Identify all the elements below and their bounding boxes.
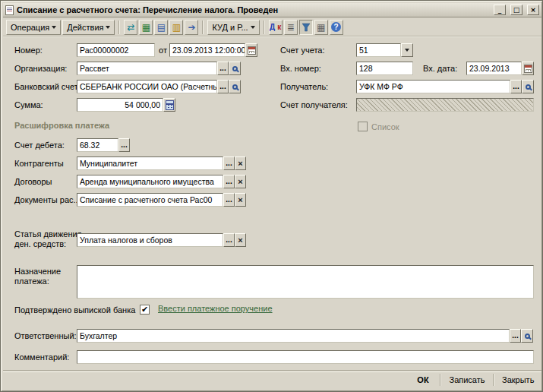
amount-field[interactable]: 54 000,00 (77, 98, 163, 112)
number-field[interactable]: Рас00000002 (77, 43, 155, 57)
ellipsis-icon: ... (226, 160, 232, 166)
ellipsis-icon: ... (226, 179, 232, 185)
actions-menu-button[interactable]: Действия (62, 20, 115, 35)
responsible-label: Ответственный: (14, 330, 77, 342)
bank-account-field[interactable]: СБЕРБАНК РОССИИ ОАО (Расчетны (77, 80, 217, 93)
dtkt-icon: Д (270, 24, 275, 31)
receiver-open-button[interactable] (522, 80, 534, 93)
amount-label: Сумма: (14, 99, 43, 111)
operation-menu-button[interactable]: Операция (6, 20, 61, 35)
footer-separator (493, 374, 494, 386)
debit-account-field[interactable]: 68.32 (77, 138, 118, 152)
contractor-choose-button[interactable]: ... (223, 156, 235, 170)
receiver-account-field (356, 98, 534, 112)
cashflow-item-choose-button[interactable]: ... (223, 233, 235, 247)
minimize-button[interactable]: _ (494, 5, 506, 15)
ellipsis-icon: ... (512, 333, 518, 339)
contract-choose-button[interactable]: ... (223, 175, 235, 188)
print-button[interactable]: ▥ (169, 20, 183, 35)
footer-separator (440, 374, 441, 386)
toolbar-separator (202, 21, 204, 34)
ok-button[interactable]: ОК (409, 372, 437, 387)
contract-field[interactable]: Аренда муниципального имущества (77, 175, 223, 188)
date-field[interactable]: 23.09.2013 12:00:00 (169, 43, 245, 57)
ellipsis-icon: ... (226, 197, 232, 203)
settlement-document-choose-button[interactable]: ... (223, 193, 235, 207)
incoming-number-field[interactable]: 128 (356, 62, 413, 75)
title-bar: Списание с расчетного счета: Перечислени… (3, 3, 541, 17)
responsible-field[interactable]: Бухгалтер (77, 329, 510, 343)
bank-account-choose-button[interactable]: ... (217, 80, 229, 93)
chevron-down-icon (52, 26, 56, 31)
organization-choose-button[interactable]: ... (217, 62, 229, 75)
toolbar: Операция Действия ⇄ ▦ ▤ ▥ ➔ КУД и Р... Д… (3, 18, 541, 36)
reread-button[interactable]: ⇄ (124, 20, 137, 35)
confirmed-checkbox[interactable]: ✔ (140, 305, 150, 315)
account-combo[interactable]: 51 (356, 43, 401, 57)
date-calendar-button[interactable] (245, 43, 257, 57)
magnifier-icon (526, 84, 531, 90)
footer-divider (3, 370, 541, 371)
chevron-down-icon (106, 26, 110, 31)
receiver-choose-button[interactable]: ... (510, 80, 522, 93)
comment-field[interactable] (77, 350, 534, 364)
responsible-open-button[interactable] (521, 329, 533, 343)
contractor-field[interactable]: Муниципалитет (77, 156, 223, 170)
receiver-field[interactable]: УФК МФ РФ (356, 80, 510, 93)
contract-clear-button[interactable]: × (235, 175, 246, 188)
close-icon: × (530, 6, 536, 14)
account-dropdown-button[interactable] (401, 43, 413, 57)
document-window: Списание с расчетного счета: Перечислени… (0, 0, 543, 392)
reread-icon: ⇄ (127, 23, 134, 32)
incoming-date-calendar-button[interactable] (522, 62, 534, 75)
cashflow-item-clear-button[interactable]: × (235, 233, 246, 247)
help-button[interactable]: ? (330, 20, 343, 35)
from-label: от (159, 44, 167, 56)
account-label: Счет учета: (280, 44, 324, 56)
save-button[interactable]: Записать (444, 372, 490, 387)
chevron-down-icon (251, 26, 255, 31)
goto-icon: ➔ (188, 23, 195, 32)
dtkt-postings-button[interactable]: Дк (269, 20, 283, 35)
organization-open-button[interactable] (229, 62, 241, 75)
close-button[interactable]: × (527, 5, 539, 15)
bank-account-label: Банковский счет: (14, 81, 81, 93)
filter-button[interactable] (299, 20, 313, 35)
journal-button[interactable]: ▦ (139, 20, 153, 35)
print-icon: ▥ (172, 23, 181, 32)
magnifier-icon (525, 334, 530, 339)
maximize-button[interactable]: □ (510, 5, 522, 15)
toolbar-separator (118, 21, 120, 34)
ellipsis-icon: ... (226, 237, 232, 243)
calculator-icon (166, 100, 174, 110)
kud-menu-button[interactable]: КУД и Р... (207, 20, 259, 35)
structure-icon: ≣ (287, 23, 295, 32)
debit-account-choose-button[interactable]: ... (118, 138, 130, 152)
comment-label: Комментарий: (14, 351, 69, 363)
debit-account-label: Счет дебета: (14, 139, 65, 151)
receiver-label: Получатель: (280, 81, 328, 93)
bank-account-open-button[interactable] (229, 80, 241, 93)
ellipsis-icon: ... (121, 142, 127, 148)
actions-menu-label: Действия (67, 23, 103, 32)
table-button[interactable]: ▦ (314, 20, 328, 35)
minimize-icon: _ (498, 6, 502, 14)
structure-button[interactable]: ≣ (284, 20, 298, 35)
ellipsis-icon: ... (219, 65, 226, 71)
copy-button[interactable]: ▤ (154, 20, 168, 35)
settlement-document-field[interactable]: Списание с расчетного счета Рас00 (77, 193, 223, 207)
copy-icon: ▤ (157, 23, 166, 32)
cashflow-item-field[interactable]: Уплата налогов и сборов (77, 233, 223, 247)
amount-calculator-button[interactable] (163, 98, 175, 112)
enter-payment-order-link[interactable]: Ввести платежное поручение (158, 304, 273, 313)
contractor-clear-button[interactable]: × (235, 156, 246, 170)
goto-button[interactable]: ➔ (185, 20, 198, 35)
close-form-button[interactable]: Закрыть (497, 372, 537, 387)
responsible-choose-button[interactable]: ... (510, 329, 521, 343)
purpose-textarea[interactable] (77, 265, 534, 299)
organization-field[interactable]: Рассвет (77, 62, 217, 75)
document-icon (5, 5, 14, 15)
settlement-document-clear-button[interactable]: × (235, 193, 246, 207)
incoming-date-field[interactable]: 23.09.2013 (466, 62, 522, 75)
contractor-label: Контрагенты (14, 157, 64, 169)
